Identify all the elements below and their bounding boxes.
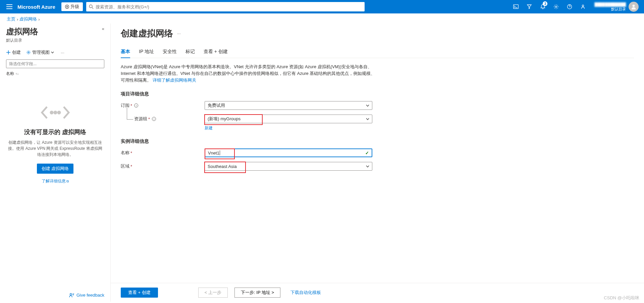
tab-security[interactable]: 安全性 xyxy=(163,49,177,58)
avatar-icon xyxy=(629,2,639,12)
region-dropdown[interactable]: Southeast Asia xyxy=(205,162,372,171)
sort-header[interactable]: 名称↑↓ xyxy=(6,71,104,77)
svg-point-14 xyxy=(58,112,60,114)
settings-icon[interactable] xyxy=(549,0,563,13)
create-vnet-button[interactable]: 创建 虚拟网络 xyxy=(37,164,74,174)
empty-description: 创建虚拟网络，让 Azure 资源可以安全地实现相互连接。使用 Azure VP… xyxy=(7,139,103,158)
new-resource-group-link[interactable]: 新建 xyxy=(205,126,213,130)
label-region: 区域* xyxy=(121,163,205,169)
sidebar-subtitle: 默认目录 xyxy=(6,38,38,43)
search-input[interactable] xyxy=(94,4,362,9)
text-cursor xyxy=(220,150,220,155)
menu-icon[interactable] xyxy=(3,0,15,13)
external-link-icon: ⧉ xyxy=(66,179,69,183)
tab-ip[interactable]: IP 地址 xyxy=(139,49,154,58)
download-template-link[interactable]: 下载自动化模板 xyxy=(290,290,321,296)
svg-point-15 xyxy=(70,293,71,295)
breadcrumb: 主页 › 虚拟网络 › xyxy=(0,13,644,24)
search-box[interactable] xyxy=(86,2,365,11)
notifications-icon[interactable]: 3 xyxy=(536,0,549,13)
svg-rect-2 xyxy=(6,8,12,9)
svg-point-10 xyxy=(633,5,635,7)
sidebar-toolbar: 创建 管理视图 ··· xyxy=(6,49,104,55)
cloud-shell-icon[interactable] xyxy=(509,0,523,13)
upgrade-button[interactable]: 升级 xyxy=(61,2,83,11)
chevron-down-icon xyxy=(366,165,369,168)
learn-vnet-gateway-link[interactable]: 详细了解虚拟网络网关 xyxy=(153,78,196,83)
gear-icon xyxy=(26,50,31,55)
svg-point-13 xyxy=(54,112,56,114)
more-menu[interactable]: ··· xyxy=(61,50,64,55)
svg-point-7 xyxy=(555,6,557,7)
prev-button: < 上一步 xyxy=(198,288,228,298)
sort-asc-icon: ↑↓ xyxy=(15,72,19,76)
feedback-icon[interactable] xyxy=(576,0,590,13)
label-name: 名称* xyxy=(121,150,205,156)
footer-bar: 查看 + 创建 < 上一步 下一步: IP 地址 > 下载自动化模板 xyxy=(111,283,644,302)
sidebar: 虚拟网络 默认目录 « 创建 管理视图 ··· 名称↑↓ 没有 xyxy=(0,24,111,302)
svg-rect-1 xyxy=(6,6,12,7)
info-icon[interactable]: i xyxy=(134,103,138,107)
info-icon[interactable]: i xyxy=(152,117,156,121)
svg-rect-0 xyxy=(6,4,12,5)
more-icon[interactable]: ··· xyxy=(177,30,181,38)
svg-point-4 xyxy=(89,5,92,8)
top-bar: Microsoft Azure 升级 3 ████████████ 默认目录 xyxy=(0,0,644,13)
chevron-right-icon: › xyxy=(17,17,18,22)
label-resource-group: 资源组*i xyxy=(121,116,205,122)
section-project-details: 项目详细信息 xyxy=(121,91,634,97)
chevron-down-icon xyxy=(51,51,54,53)
svg-rect-6 xyxy=(514,5,519,9)
section-instance-details: 实例详细信息 xyxy=(121,138,634,144)
sidebar-title: 虚拟网络 xyxy=(6,26,38,37)
label-subscription: 订阅*i xyxy=(121,102,205,109)
user-account[interactable]: ████████████ 默认目录 xyxy=(590,2,641,12)
svg-point-12 xyxy=(51,112,53,114)
feedback-person-icon xyxy=(69,293,74,298)
chevron-down-icon xyxy=(366,118,369,120)
tabs: 基本 IP 地址 安全性 标记 查看 + 创建 xyxy=(121,49,634,58)
subscription-dropdown[interactable]: 免费试用 xyxy=(205,101,372,110)
tab-review[interactable]: 查看 + 创建 xyxy=(204,49,228,58)
check-icon: ✓ xyxy=(365,150,369,156)
top-right: 3 ████████████ 默认目录 xyxy=(509,0,641,13)
chevron-down-icon xyxy=(366,104,369,107)
empty-state: 没有可显示的 虚拟网络 创建虚拟网络，让 Azure 资源可以安全地实现相互连接… xyxy=(6,77,104,288)
help-icon[interactable] xyxy=(563,0,576,13)
svg-point-9 xyxy=(582,5,584,7)
tab-basic[interactable]: 基本 xyxy=(121,49,130,58)
collapse-icon[interactable]: « xyxy=(102,26,104,31)
next-button[interactable]: 下一步: IP 地址 > xyxy=(234,288,280,298)
page-title: 创建虚拟网络 xyxy=(121,28,173,39)
feedback-link[interactable]: Give feedback xyxy=(69,293,104,298)
svg-point-11 xyxy=(28,52,29,53)
vnet-empty-icon xyxy=(40,103,70,123)
main-content: 创建虚拟网络 ··· 基本 IP 地址 安全性 标记 查看 + 创建 Azure… xyxy=(111,24,644,302)
review-create-button[interactable]: 查看 + 创建 xyxy=(121,288,158,298)
resource-group-dropdown[interactable]: (新项) myGroups xyxy=(205,115,372,123)
learn-more-link[interactable]: 了解详细信息⧉ xyxy=(42,178,69,184)
brand-label[interactable]: Microsoft Azure xyxy=(17,4,55,10)
tab-tags[interactable]: 标记 xyxy=(185,49,195,58)
search-icon xyxy=(89,4,94,9)
empty-title: 没有可显示的 虚拟网络 xyxy=(24,128,86,136)
chevron-right-icon: › xyxy=(38,17,40,22)
name-input[interactable]: Vnet1 ✓ xyxy=(205,148,372,157)
create-button[interactable]: 创建 xyxy=(6,49,21,55)
notification-badge: 3 xyxy=(543,1,547,6)
breadcrumb-home[interactable]: 主页 xyxy=(7,16,15,22)
manage-view-button[interactable]: 管理视图 xyxy=(26,49,55,55)
directory-filter-icon[interactable] xyxy=(523,0,536,13)
filter-input[interactable] xyxy=(6,59,104,68)
svg-line-5 xyxy=(92,7,93,9)
breadcrumb-vnet[interactable]: 虚拟网络 xyxy=(19,16,37,22)
description-text: Azure 虚拟网络(VNet)是 Azure 中专用网络的基本构造块。VNet… xyxy=(121,63,376,84)
plus-icon xyxy=(6,50,11,55)
up-arrow-icon xyxy=(65,5,69,9)
